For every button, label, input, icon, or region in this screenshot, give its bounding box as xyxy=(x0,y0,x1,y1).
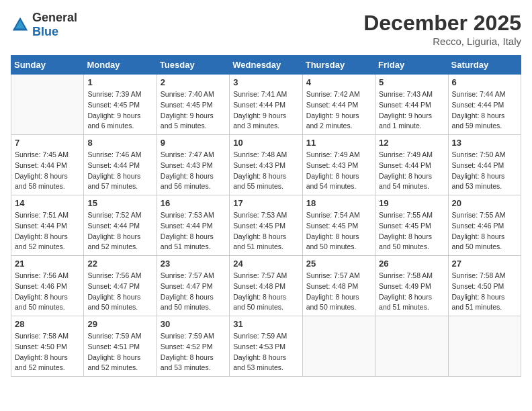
calendar-cell: 22Sunrise: 7:56 AMSunset: 4:47 PMDayligh… xyxy=(84,256,157,316)
day-info: Sunrise: 7:39 AMSunset: 4:45 PMDaylight:… xyxy=(87,89,152,132)
day-info: Sunrise: 7:57 AMSunset: 4:48 PMDaylight:… xyxy=(233,271,298,313)
calendar-cell: 28Sunrise: 7:58 AMSunset: 4:50 PMDayligh… xyxy=(11,316,84,377)
calendar-cell: 25Sunrise: 7:57 AMSunset: 4:48 PMDayligh… xyxy=(302,256,375,316)
calendar-cell: 24Sunrise: 7:57 AMSunset: 4:48 PMDayligh… xyxy=(230,256,302,316)
day-number: 5 xyxy=(379,77,444,87)
day-number: 29 xyxy=(87,319,152,329)
day-info: Sunrise: 7:57 AMSunset: 4:47 PMDaylight:… xyxy=(161,271,226,313)
day-info: Sunrise: 7:44 AMSunset: 4:44 PMDaylight:… xyxy=(452,89,517,132)
day-number: 3 xyxy=(233,77,298,87)
calendar-cell: 20Sunrise: 7:55 AMSunset: 4:46 PMDayligh… xyxy=(448,195,521,256)
day-number: 15 xyxy=(87,198,152,208)
weekday-header-sunday: Sunday xyxy=(11,56,84,75)
day-info: Sunrise: 7:49 AMSunset: 4:43 PMDaylight:… xyxy=(306,150,371,192)
calendar-table: SundayMondayTuesdayWednesdayThursdayFrid… xyxy=(11,55,521,377)
calendar-cell: 5Sunrise: 7:43 AMSunset: 4:44 PMDaylight… xyxy=(375,75,448,135)
day-info: Sunrise: 7:55 AMSunset: 4:46 PMDaylight:… xyxy=(452,210,517,253)
calendar-cell: 3Sunrise: 7:41 AMSunset: 4:44 PMDaylight… xyxy=(230,75,302,135)
day-number: 7 xyxy=(15,138,80,148)
day-number: 9 xyxy=(161,138,226,148)
calendar-cell xyxy=(302,316,375,377)
calendar-cell: 2Sunrise: 7:40 AMSunset: 4:45 PMDaylight… xyxy=(157,75,229,135)
calendar-cell: 18Sunrise: 7:54 AMSunset: 4:45 PMDayligh… xyxy=(302,195,375,256)
day-info: Sunrise: 7:49 AMSunset: 4:44 PMDaylight:… xyxy=(379,150,444,192)
day-number: 10 xyxy=(233,138,298,148)
calendar-week-3: 14Sunrise: 7:51 AMSunset: 4:44 PMDayligh… xyxy=(11,195,521,256)
calendar-cell: 9Sunrise: 7:47 AMSunset: 4:43 PMDaylight… xyxy=(157,135,229,195)
day-info: Sunrise: 7:59 AMSunset: 4:51 PMDaylight:… xyxy=(87,331,152,373)
logo-text: General Blue xyxy=(32,11,77,39)
day-info: Sunrise: 7:58 AMSunset: 4:49 PMDaylight:… xyxy=(379,271,444,313)
day-info: Sunrise: 7:59 AMSunset: 4:53 PMDaylight:… xyxy=(233,331,298,373)
weekday-header-row: SundayMondayTuesdayWednesdayThursdayFrid… xyxy=(11,56,521,75)
logo-general: General xyxy=(32,11,77,24)
weekday-header-monday: Monday xyxy=(84,56,157,75)
title-area: December 2025 Recco, Liguria, Italy xyxy=(363,11,521,47)
day-info: Sunrise: 7:58 AMSunset: 4:50 PMDaylight:… xyxy=(15,331,80,373)
day-number: 2 xyxy=(161,77,226,87)
calendar-cell xyxy=(448,316,521,377)
calendar-cell: 4Sunrise: 7:42 AMSunset: 4:44 PMDaylight… xyxy=(302,75,375,135)
day-number: 19 xyxy=(379,198,444,208)
calendar-cell: 7Sunrise: 7:45 AMSunset: 4:44 PMDaylight… xyxy=(11,135,84,195)
day-number: 6 xyxy=(452,77,517,87)
day-number: 22 xyxy=(87,259,152,269)
day-number: 27 xyxy=(452,259,517,269)
calendar-week-2: 7Sunrise: 7:45 AMSunset: 4:44 PMDaylight… xyxy=(11,135,521,195)
day-number: 24 xyxy=(233,259,298,269)
calendar-cell: 27Sunrise: 7:58 AMSunset: 4:50 PMDayligh… xyxy=(448,256,521,316)
day-number: 25 xyxy=(306,259,371,269)
calendar-week-1: 1Sunrise: 7:39 AMSunset: 4:45 PMDaylight… xyxy=(11,75,521,135)
day-info: Sunrise: 7:41 AMSunset: 4:44 PMDaylight:… xyxy=(233,89,298,132)
day-info: Sunrise: 7:45 AMSunset: 4:44 PMDaylight:… xyxy=(15,150,80,192)
day-info: Sunrise: 7:51 AMSunset: 4:44 PMDaylight:… xyxy=(15,210,80,253)
day-info: Sunrise: 7:52 AMSunset: 4:44 PMDaylight:… xyxy=(87,210,152,253)
weekday-header-thursday: Thursday xyxy=(302,56,375,75)
calendar-cell: 8Sunrise: 7:46 AMSunset: 4:44 PMDaylight… xyxy=(84,135,157,195)
day-info: Sunrise: 7:50 AMSunset: 4:44 PMDaylight:… xyxy=(452,150,517,192)
day-info: Sunrise: 7:54 AMSunset: 4:45 PMDaylight:… xyxy=(306,210,371,253)
day-number: 16 xyxy=(161,198,226,208)
day-number: 14 xyxy=(15,198,80,208)
day-info: Sunrise: 7:47 AMSunset: 4:43 PMDaylight:… xyxy=(161,150,226,192)
day-info: Sunrise: 7:58 AMSunset: 4:50 PMDaylight:… xyxy=(452,271,517,313)
day-info: Sunrise: 7:43 AMSunset: 4:44 PMDaylight:… xyxy=(379,89,444,132)
weekday-header-tuesday: Tuesday xyxy=(157,56,229,75)
calendar-cell: 26Sunrise: 7:58 AMSunset: 4:49 PMDayligh… xyxy=(375,256,448,316)
day-number: 17 xyxy=(233,198,298,208)
logo-icon xyxy=(11,15,30,34)
day-number: 23 xyxy=(161,259,226,269)
calendar-cell: 31Sunrise: 7:59 AMSunset: 4:53 PMDayligh… xyxy=(230,316,302,377)
day-info: Sunrise: 7:48 AMSunset: 4:43 PMDaylight:… xyxy=(233,150,298,192)
day-info: Sunrise: 7:40 AMSunset: 4:45 PMDaylight:… xyxy=(161,89,226,132)
logo: General Blue xyxy=(11,11,77,39)
calendar-cell: 16Sunrise: 7:53 AMSunset: 4:44 PMDayligh… xyxy=(157,195,229,256)
calendar-cell: 19Sunrise: 7:55 AMSunset: 4:45 PMDayligh… xyxy=(375,195,448,256)
page-header: General Blue December 2025 Recco, Liguri… xyxy=(11,11,521,47)
calendar-cell: 1Sunrise: 7:39 AMSunset: 4:45 PMDaylight… xyxy=(84,75,157,135)
calendar-cell: 21Sunrise: 7:56 AMSunset: 4:46 PMDayligh… xyxy=(11,256,84,316)
day-number: 8 xyxy=(87,138,152,148)
day-info: Sunrise: 7:56 AMSunset: 4:46 PMDaylight:… xyxy=(15,271,80,313)
day-number: 31 xyxy=(233,319,298,329)
calendar-cell: 15Sunrise: 7:52 AMSunset: 4:44 PMDayligh… xyxy=(84,195,157,256)
day-info: Sunrise: 7:56 AMSunset: 4:47 PMDaylight:… xyxy=(87,271,152,313)
day-number: 1 xyxy=(87,77,152,87)
day-info: Sunrise: 7:46 AMSunset: 4:44 PMDaylight:… xyxy=(87,150,152,192)
calendar-cell: 11Sunrise: 7:49 AMSunset: 4:43 PMDayligh… xyxy=(302,135,375,195)
calendar-cell xyxy=(375,316,448,377)
calendar-cell: 13Sunrise: 7:50 AMSunset: 4:44 PMDayligh… xyxy=(448,135,521,195)
day-info: Sunrise: 7:42 AMSunset: 4:44 PMDaylight:… xyxy=(306,89,371,132)
day-number: 28 xyxy=(15,319,80,329)
calendar-cell: 30Sunrise: 7:59 AMSunset: 4:52 PMDayligh… xyxy=(157,316,229,377)
day-info: Sunrise: 7:59 AMSunset: 4:52 PMDaylight:… xyxy=(161,331,226,373)
calendar-cell: 6Sunrise: 7:44 AMSunset: 4:44 PMDaylight… xyxy=(448,75,521,135)
calendar-cell: 29Sunrise: 7:59 AMSunset: 4:51 PMDayligh… xyxy=(84,316,157,377)
calendar-body: 1Sunrise: 7:39 AMSunset: 4:45 PMDaylight… xyxy=(11,75,521,377)
day-info: Sunrise: 7:53 AMSunset: 4:44 PMDaylight:… xyxy=(161,210,226,253)
day-number: 21 xyxy=(15,259,80,269)
day-number: 18 xyxy=(306,198,371,208)
day-number: 20 xyxy=(452,198,517,208)
calendar-cell: 17Sunrise: 7:53 AMSunset: 4:45 PMDayligh… xyxy=(230,195,302,256)
day-number: 12 xyxy=(379,138,444,148)
